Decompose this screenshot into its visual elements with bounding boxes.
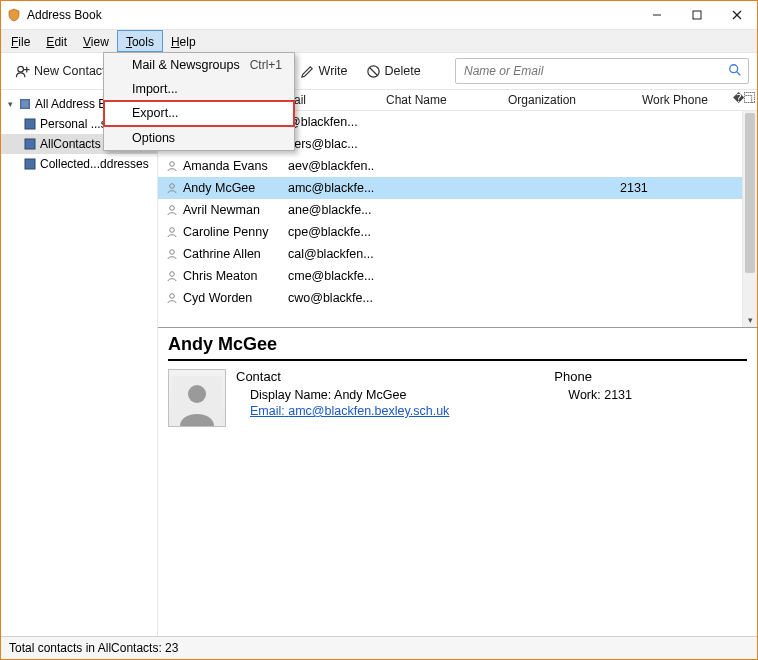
person-icon xyxy=(164,226,180,238)
table-row[interactable]: Andy McGeeamc@blackfe...2131 xyxy=(158,177,743,199)
addressbook-icon xyxy=(18,97,32,111)
cell-name: Amanda Evans xyxy=(183,159,288,173)
delete-label: Delete xyxy=(385,64,421,78)
delete-button[interactable]: Delete xyxy=(360,61,427,82)
scrollbar-thumb[interactable] xyxy=(745,113,755,273)
window-title: Address Book xyxy=(27,8,637,22)
table-row[interactable]: Avril Newmanane@blackfe... xyxy=(158,199,743,221)
addressbook-icon xyxy=(23,137,37,151)
display-name-row: Display Name: Andy McGee xyxy=(250,388,544,402)
menu-view[interactable]: View xyxy=(75,30,117,52)
email-link[interactable]: Email: amc@blackfen.bexley.sch.uk xyxy=(250,404,449,418)
col-header-work[interactable]: Work Phone xyxy=(636,93,743,107)
contact-section-title: Contact xyxy=(236,369,544,384)
svg-point-20 xyxy=(170,206,175,211)
new-contact-icon xyxy=(15,64,30,79)
phone-section-title: Phone xyxy=(554,369,747,384)
details-title: Andy McGee xyxy=(168,334,747,361)
pencil-icon xyxy=(300,64,315,79)
scroll-down-icon[interactable]: ▾ xyxy=(743,313,757,327)
svg-line-8 xyxy=(369,67,377,75)
avatar xyxy=(168,369,226,427)
svg-point-22 xyxy=(170,250,175,255)
cell-email: sers@blac... xyxy=(288,137,374,151)
cell-email: ane@blackfe... xyxy=(288,203,374,217)
cell-email: cal@blackfen... xyxy=(288,247,374,261)
twisty-icon[interactable]: ▾ xyxy=(5,99,15,109)
search-input[interactable] xyxy=(462,63,728,79)
table-row[interactable]: Chris Meatoncme@blackfe... xyxy=(158,265,743,287)
close-button[interactable] xyxy=(717,1,757,29)
sidebar-item-label: AllContacts xyxy=(40,137,101,151)
write-button[interactable]: Write xyxy=(294,61,354,82)
app-icon xyxy=(7,8,21,22)
person-icon xyxy=(164,182,180,194)
svg-point-4 xyxy=(18,66,24,72)
dd-mail-newsgroups[interactable]: Mail & Newsgroups Ctrl+1 xyxy=(104,53,294,77)
col-header-org[interactable]: Organization xyxy=(502,93,636,107)
svg-rect-15 xyxy=(25,159,35,169)
cell-name: Cathrine Allen xyxy=(183,247,288,261)
menu-edit[interactable]: Edit xyxy=(38,30,75,52)
person-icon xyxy=(164,248,180,260)
dd-import[interactable]: Import... xyxy=(104,77,294,101)
svg-rect-1 xyxy=(693,11,701,19)
work-phone-row: Work: 2131 xyxy=(568,388,747,402)
titlebar: Address Book xyxy=(1,1,757,30)
menubar: File Edit View Tools Help xyxy=(1,30,757,53)
statusbar: Total contacts in AllContacts: 23 xyxy=(1,636,757,659)
cell-email: aev@blackfen... xyxy=(288,159,374,173)
maximize-button[interactable] xyxy=(677,1,717,29)
cell-email: cpe@blackfe... xyxy=(288,225,374,239)
search-box[interactable] xyxy=(455,58,749,84)
menu-tools[interactable]: Tools xyxy=(117,30,163,52)
statusbar-text: Total contacts in AllContacts: 23 xyxy=(9,641,178,655)
cell-name: Avril Newman xyxy=(183,203,288,217)
svg-point-26 xyxy=(188,385,206,403)
svg-point-18 xyxy=(170,162,175,167)
cell-email: amc@blackfe... xyxy=(288,181,374,195)
sidebar-item-label: Collected...ddresses xyxy=(40,157,149,171)
svg-rect-14 xyxy=(25,139,35,149)
column-picker-icon[interactable]: �⿹ xyxy=(733,92,755,105)
cell-name: Chris Meaton xyxy=(183,269,288,283)
col-header-chat[interactable]: Chat Name xyxy=(380,93,502,107)
table-row[interactable]: Cathrine Allencal@blackfen... xyxy=(158,243,743,265)
dd-export[interactable]: Export... xyxy=(104,101,294,126)
svg-point-24 xyxy=(170,294,175,299)
person-icon xyxy=(164,270,180,282)
person-icon xyxy=(164,204,180,216)
sidebar: ▾ All Address B Personal ...ss Book AllC… xyxy=(1,90,158,636)
svg-point-21 xyxy=(170,228,175,233)
dd-options[interactable]: Options xyxy=(104,126,294,150)
cell-name: Andy McGee xyxy=(183,181,288,195)
svg-line-10 xyxy=(737,71,741,75)
details-pane: Andy McGee Contact Display Name: A xyxy=(158,328,757,636)
sidebar-item-collected[interactable]: Collected...ddresses xyxy=(1,154,157,174)
cell-email: cwo@blackfe... xyxy=(288,291,374,305)
scrollbar[interactable]: ▾ xyxy=(742,111,757,327)
table-row[interactable]: Caroline Pennycpe@blackfe... xyxy=(158,221,743,243)
new-contact-button[interactable]: New Contact xyxy=(9,61,112,82)
cell-email: cme@blackfe... xyxy=(288,269,374,283)
cell-work: 2131 xyxy=(618,181,743,195)
col-header-email[interactable]: ail xyxy=(288,93,380,107)
cell-name: Caroline Penny xyxy=(183,225,288,239)
svg-rect-13 xyxy=(25,119,35,129)
cell-email: @blackfen... xyxy=(288,115,374,129)
search-icon xyxy=(728,63,742,80)
svg-point-9 xyxy=(730,64,738,72)
cell-name: Cyd Worden xyxy=(183,291,288,305)
tools-dropdown: Mail & Newsgroups Ctrl+1 Import... Expor… xyxy=(103,52,295,151)
table-row[interactable]: Cyd Wordencwo@blackfe... xyxy=(158,287,743,309)
menu-help[interactable]: Help xyxy=(163,30,204,52)
write-label: Write xyxy=(319,64,348,78)
email-row: Email: amc@blackfen.bexley.sch.uk xyxy=(250,404,544,418)
minimize-button[interactable] xyxy=(637,1,677,29)
person-icon xyxy=(164,292,180,304)
menu-file[interactable]: File xyxy=(3,30,38,52)
svg-point-23 xyxy=(170,272,175,277)
table-row[interactable]: Amanda Evansaev@blackfen... xyxy=(158,155,743,177)
delete-icon xyxy=(366,64,381,79)
new-contact-label: New Contact xyxy=(34,64,106,78)
